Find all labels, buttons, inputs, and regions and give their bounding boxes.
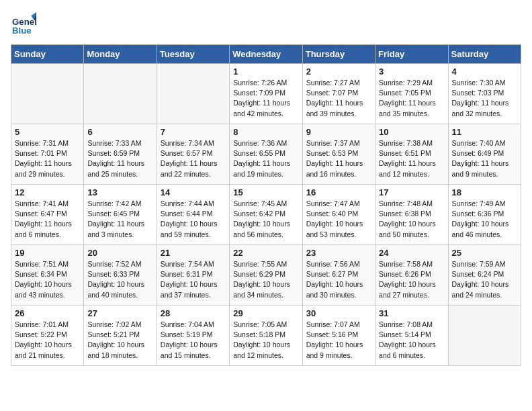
calendar-cell: 25Sunrise: 7:59 AM Sunset: 6:24 PM Dayli… bbox=[448, 245, 521, 306]
calendar-cell: 17Sunrise: 7:48 AM Sunset: 6:38 PM Dayli… bbox=[375, 185, 448, 245]
calendar-cell: 12Sunrise: 7:41 AM Sunset: 6:47 PM Dayli… bbox=[11, 185, 84, 245]
day-number: 18 bbox=[452, 187, 517, 197]
calendar-cell: 11Sunrise: 7:40 AM Sunset: 6:49 PM Dayli… bbox=[448, 124, 521, 185]
calendar-cell: 3Sunrise: 7:29 AM Sunset: 7:05 PM Daylig… bbox=[375, 64, 448, 124]
day-info: Sunrise: 7:26 AM Sunset: 7:09 PM Dayligh… bbox=[233, 78, 298, 119]
calendar-cell: 7Sunrise: 7:34 AM Sunset: 6:57 PM Daylig… bbox=[157, 124, 229, 185]
calendar-cell: 6Sunrise: 7:33 AM Sunset: 6:59 PM Daylig… bbox=[84, 124, 157, 185]
day-info: Sunrise: 7:56 AM Sunset: 6:27 PM Dayligh… bbox=[306, 259, 371, 300]
day-number: 9 bbox=[306, 127, 371, 137]
day-number: 31 bbox=[379, 308, 444, 318]
day-info: Sunrise: 7:36 AM Sunset: 6:55 PM Dayligh… bbox=[233, 138, 298, 179]
calendar-cell: 18Sunrise: 7:49 AM Sunset: 6:36 PM Dayli… bbox=[448, 185, 521, 245]
logo: General Blue bbox=[11, 11, 38, 36]
day-number: 3 bbox=[379, 66, 444, 77]
calendar-cell bbox=[448, 306, 521, 366]
day-number: 17 bbox=[379, 187, 444, 197]
calendar-cell: 24Sunrise: 7:58 AM Sunset: 6:26 PM Dayli… bbox=[375, 245, 448, 306]
day-number: 30 bbox=[306, 308, 371, 318]
day-info: Sunrise: 7:51 AM Sunset: 6:34 PM Dayligh… bbox=[15, 259, 80, 300]
calendar-cell: 26Sunrise: 7:01 AM Sunset: 5:22 PM Dayli… bbox=[11, 306, 84, 366]
day-number: 7 bbox=[161, 127, 226, 137]
day-number: 19 bbox=[15, 248, 80, 258]
day-info: Sunrise: 7:52 AM Sunset: 6:33 PM Dayligh… bbox=[87, 259, 152, 300]
day-info: Sunrise: 7:49 AM Sunset: 6:36 PM Dayligh… bbox=[452, 199, 517, 240]
calendar-cell: 5Sunrise: 7:31 AM Sunset: 7:01 PM Daylig… bbox=[11, 124, 84, 185]
day-number: 12 bbox=[15, 187, 80, 197]
day-number: 26 bbox=[15, 308, 80, 318]
day-info: Sunrise: 7:44 AM Sunset: 6:44 PM Dayligh… bbox=[161, 199, 226, 240]
day-number: 24 bbox=[379, 248, 444, 258]
calendar-table: SundayMondayTuesdayWednesdayThursdayFrid… bbox=[11, 44, 521, 366]
day-info: Sunrise: 7:37 AM Sunset: 6:53 PM Dayligh… bbox=[306, 138, 371, 179]
day-info: Sunrise: 7:45 AM Sunset: 6:42 PM Dayligh… bbox=[233, 199, 298, 240]
weekday-header-wednesday: Wednesday bbox=[230, 45, 302, 64]
day-info: Sunrise: 7:59 AM Sunset: 6:24 PM Dayligh… bbox=[452, 259, 517, 300]
weekday-header-friday: Friday bbox=[375, 45, 448, 64]
day-info: Sunrise: 7:30 AM Sunset: 7:03 PM Dayligh… bbox=[452, 78, 517, 119]
calendar-cell: 21Sunrise: 7:54 AM Sunset: 6:31 PM Dayli… bbox=[157, 245, 229, 306]
calendar-cell: 2Sunrise: 7:27 AM Sunset: 7:07 PM Daylig… bbox=[302, 64, 375, 124]
day-number: 25 bbox=[452, 248, 517, 258]
page-header: General Blue bbox=[11, 11, 521, 36]
day-info: Sunrise: 7:27 AM Sunset: 7:07 PM Dayligh… bbox=[306, 78, 371, 119]
day-number: 20 bbox=[87, 248, 152, 258]
day-number: 21 bbox=[161, 248, 226, 258]
calendar-cell: 29Sunrise: 7:05 AM Sunset: 5:18 PM Dayli… bbox=[230, 306, 302, 366]
day-number: 6 bbox=[87, 127, 152, 137]
day-number: 1 bbox=[233, 66, 298, 77]
day-info: Sunrise: 7:05 AM Sunset: 5:18 PM Dayligh… bbox=[233, 320, 298, 361]
day-info: Sunrise: 7:34 AM Sunset: 6:57 PM Dayligh… bbox=[161, 138, 226, 179]
calendar-cell: 13Sunrise: 7:42 AM Sunset: 6:45 PM Dayli… bbox=[84, 185, 157, 245]
svg-text:Blue: Blue bbox=[12, 26, 32, 36]
day-info: Sunrise: 7:08 AM Sunset: 5:14 PM Dayligh… bbox=[379, 320, 444, 361]
calendar-cell: 30Sunrise: 7:07 AM Sunset: 5:16 PM Dayli… bbox=[302, 306, 375, 366]
day-number: 29 bbox=[233, 308, 298, 318]
day-info: Sunrise: 7:41 AM Sunset: 6:47 PM Dayligh… bbox=[15, 199, 80, 240]
calendar-cell: 4Sunrise: 7:30 AM Sunset: 7:03 PM Daylig… bbox=[448, 64, 521, 124]
calendar-cell: 19Sunrise: 7:51 AM Sunset: 6:34 PM Dayli… bbox=[11, 245, 84, 306]
day-number: 5 bbox=[15, 127, 80, 137]
logo-icon: General Blue bbox=[11, 11, 36, 36]
day-info: Sunrise: 7:29 AM Sunset: 7:05 PM Dayligh… bbox=[379, 78, 444, 119]
day-info: Sunrise: 7:48 AM Sunset: 6:38 PM Dayligh… bbox=[379, 199, 444, 240]
day-info: Sunrise: 7:42 AM Sunset: 6:45 PM Dayligh… bbox=[87, 199, 152, 240]
calendar-cell: 10Sunrise: 7:38 AM Sunset: 6:51 PM Dayli… bbox=[375, 124, 448, 185]
day-info: Sunrise: 7:31 AM Sunset: 7:01 PM Dayligh… bbox=[15, 138, 80, 179]
calendar-cell: 8Sunrise: 7:36 AM Sunset: 6:55 PM Daylig… bbox=[230, 124, 302, 185]
day-number: 2 bbox=[306, 66, 371, 77]
weekday-header-saturday: Saturday bbox=[448, 45, 521, 64]
calendar-cell: 27Sunrise: 7:02 AM Sunset: 5:21 PM Dayli… bbox=[84, 306, 157, 366]
day-info: Sunrise: 7:54 AM Sunset: 6:31 PM Dayligh… bbox=[161, 259, 226, 300]
weekday-header-monday: Monday bbox=[84, 45, 157, 64]
day-number: 22 bbox=[233, 248, 298, 258]
day-number: 11 bbox=[452, 127, 517, 137]
weekday-header-tuesday: Tuesday bbox=[157, 45, 229, 64]
day-number: 13 bbox=[87, 187, 152, 197]
day-info: Sunrise: 7:33 AM Sunset: 6:59 PM Dayligh… bbox=[87, 138, 152, 179]
day-number: 15 bbox=[233, 187, 298, 197]
day-number: 16 bbox=[306, 187, 371, 197]
day-number: 10 bbox=[379, 127, 444, 137]
calendar-cell bbox=[11, 64, 84, 124]
calendar-cell: 31Sunrise: 7:08 AM Sunset: 5:14 PM Dayli… bbox=[375, 306, 448, 366]
day-info: Sunrise: 7:47 AM Sunset: 6:40 PM Dayligh… bbox=[306, 199, 371, 240]
day-number: 8 bbox=[233, 127, 298, 137]
day-number: 23 bbox=[306, 248, 371, 258]
day-info: Sunrise: 7:04 AM Sunset: 5:19 PM Dayligh… bbox=[161, 320, 226, 361]
calendar-cell bbox=[84, 64, 157, 124]
calendar-cell: 23Sunrise: 7:56 AM Sunset: 6:27 PM Dayli… bbox=[302, 245, 375, 306]
calendar-cell: 15Sunrise: 7:45 AM Sunset: 6:42 PM Dayli… bbox=[230, 185, 302, 245]
day-number: 14 bbox=[161, 187, 226, 197]
day-info: Sunrise: 7:58 AM Sunset: 6:26 PM Dayligh… bbox=[379, 259, 444, 300]
day-info: Sunrise: 7:07 AM Sunset: 5:16 PM Dayligh… bbox=[306, 320, 371, 361]
weekday-header-sunday: Sunday bbox=[11, 45, 84, 64]
calendar-cell bbox=[157, 64, 229, 124]
day-number: 28 bbox=[161, 308, 226, 318]
calendar-cell: 20Sunrise: 7:52 AM Sunset: 6:33 PM Dayli… bbox=[84, 245, 157, 306]
day-number: 27 bbox=[87, 308, 152, 318]
calendar-cell: 16Sunrise: 7:47 AM Sunset: 6:40 PM Dayli… bbox=[302, 185, 375, 245]
calendar-cell: 1Sunrise: 7:26 AM Sunset: 7:09 PM Daylig… bbox=[230, 64, 302, 124]
day-info: Sunrise: 7:01 AM Sunset: 5:22 PM Dayligh… bbox=[15, 320, 80, 361]
calendar-cell: 9Sunrise: 7:37 AM Sunset: 6:53 PM Daylig… bbox=[302, 124, 375, 185]
